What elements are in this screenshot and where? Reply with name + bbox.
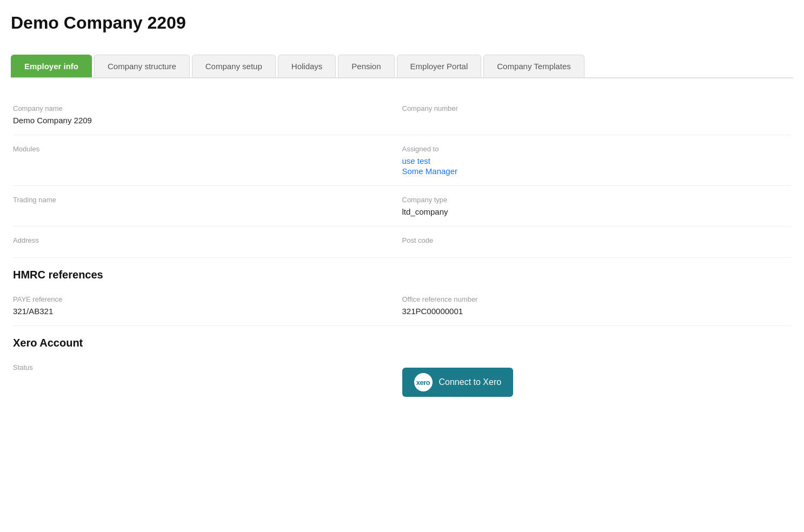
tab-company-setup[interactable]: Company setup — [192, 55, 276, 77]
trading-name-col: Trading name — [13, 196, 402, 207]
address-col: Address — [13, 236, 402, 248]
company-type-value: ltd_company — [402, 207, 792, 216]
trading-name-row: Trading name Company type ltd_company — [13, 186, 791, 227]
xero-row: Status xero Connect to Xero — [13, 354, 791, 407]
connect-to-xero-button[interactable]: xero Connect to Xero — [402, 368, 514, 397]
tab-holidays[interactable]: Holidays — [278, 55, 336, 77]
xero-logo-circle: xero — [414, 373, 433, 391]
page-wrapper: Demo Company 2209 Employer info Company … — [0, 0, 804, 420]
tab-company-structure[interactable]: Company structure — [94, 55, 190, 77]
tab-company-templates[interactable]: Company Templates — [483, 55, 584, 77]
tab-employer-portal[interactable]: Employer Portal — [397, 55, 482, 77]
company-number-label: Company number — [402, 104, 792, 112]
office-ref-label: Office reference number — [402, 295, 792, 303]
company-name-row: Company name Demo Company 2209 Company n… — [13, 95, 791, 135]
post-code-col: Post code — [402, 236, 792, 248]
company-type-label: Company type — [402, 196, 792, 204]
modules-col: Modules — [13, 145, 402, 156]
xero-status-label: Status — [13, 363, 402, 371]
paye-ref-col: PAYE reference 321/AB321 — [13, 295, 402, 316]
tabs-nav: Employer info Company structure Company … — [11, 55, 793, 78]
assigned-links: use test Some Manager — [402, 156, 792, 176]
company-type-col: Company type ltd_company — [402, 196, 792, 216]
assigned-to-col: Assigned to use test Some Manager — [402, 145, 792, 176]
paye-ref-label: PAYE reference — [13, 295, 402, 303]
trading-name-label: Trading name — [13, 196, 402, 204]
post-code-label: Post code — [402, 236, 792, 244]
office-ref-col: Office reference number 321PC00000001 — [402, 295, 792, 316]
xero-status-col: Status — [13, 363, 402, 375]
company-name-col: Company name Demo Company 2209 — [13, 104, 402, 125]
address-label: Address — [13, 236, 402, 244]
content-area: Company name Demo Company 2209 Company n… — [11, 95, 793, 407]
hmrc-heading: HMRC references — [13, 258, 791, 285]
company-number-col: Company number — [402, 104, 792, 116]
hmrc-row: PAYE reference 321/AB321 Office referenc… — [13, 285, 791, 326]
xero-logo-text: xero — [416, 378, 430, 387]
company-name-value: Demo Company 2209 — [13, 116, 402, 125]
xero-button-col: xero Connect to Xero — [402, 363, 792, 397]
office-ref-value: 321PC00000001 — [402, 307, 792, 316]
page-title: Demo Company 2209 — [11, 13, 793, 33]
assigned-link-1[interactable]: use test — [402, 156, 792, 165]
company-name-label: Company name — [13, 104, 402, 112]
tab-pension[interactable]: Pension — [338, 55, 394, 77]
assigned-link-2[interactable]: Some Manager — [402, 167, 792, 176]
assigned-to-label: Assigned to — [402, 145, 792, 153]
modules-row: Modules Assigned to use test Some Manage… — [13, 135, 791, 186]
modules-label: Modules — [13, 145, 402, 153]
paye-ref-value: 321/AB321 — [13, 307, 402, 316]
xero-heading: Xero Account — [13, 326, 791, 354]
address-row: Address Post code — [13, 227, 791, 258]
xero-button-label: Connect to Xero — [439, 377, 502, 387]
tab-employer-info[interactable]: Employer info — [11, 55, 92, 77]
